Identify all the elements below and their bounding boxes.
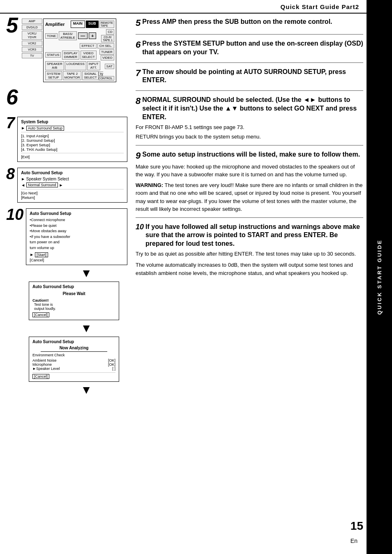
arrow-down1: ▼ — [45, 267, 127, 280]
step7-left-num: 7 — [6, 115, 15, 131]
amp-label-vcr3: VCR3 — [22, 47, 42, 52]
amp-main-btn[interactable]: MAIN — [71, 21, 85, 28]
amp-row1-left: TONE BASS/ATREBLE — + — [45, 31, 96, 40]
amp-tv-control: byCONTROL — [99, 72, 114, 81]
step8-num: 8 — [136, 96, 141, 106]
amp-cd: CD — [106, 29, 114, 35]
step8-heading: 8 NORMAL SURROUND should be selected. (U… — [136, 96, 363, 121]
step7-right: 7 The arrow should be pointing at AUTO S… — [136, 68, 363, 91]
osd-right-arrow: ► — [59, 183, 63, 187]
amp-remote-btn[interactable]: REMOTETAPE — [99, 21, 114, 28]
step7-num: 7 — [136, 68, 141, 78]
step5-heading: 5 Press AMP then press the SUB button on… — [136, 18, 363, 28]
osd-auto2-title: Auto Surround Setup — [30, 211, 124, 216]
right-column: 5 Press AMP then press the SUB button on… — [131, 18, 363, 397]
osd-progress-bar — [41, 351, 107, 352]
osd-sep2 — [21, 153, 124, 153]
step5-right: 5 Press AMP then press the SUB button on… — [136, 18, 363, 35]
amp-row2: STATUS DISPLAYDIMMER VIDEOSELECT TUNER V… — [45, 49, 114, 60]
amp-row4-left: SYSTEMSETUP TAPE 2MONITOR SIGNALSELECT — [45, 71, 99, 80]
osd-cancel-wait: [Cancel] — [32, 312, 115, 317]
amp-loudness: LOUDNESS — [65, 61, 86, 70]
amp-sub-btn[interactable]: SUB — [86, 21, 99, 28]
step6-heading: 6 Press the SYSTEM SETUP button and use … — [136, 39, 363, 57]
header: Quick Start Guide Part2 — [0, 0, 392, 14]
osd-instr6: turn volume up — [30, 245, 124, 251]
step8-text: NORMAL SURROUND should be selected. (Use… — [142, 96, 363, 121]
osd-arrow-right: ► — [21, 126, 25, 130]
step7-heading: 7 The arrow should be pointing at AUTO S… — [136, 68, 363, 85]
step8-area: 8 Auto Surround Setup ► Speaker System S… — [6, 166, 127, 203]
step8-left-num: 8 — [6, 166, 15, 182]
osd-system-setup-title: System Setup — [21, 120, 124, 124]
osd-microphone-row: Microphone [OK] — [32, 362, 115, 367]
amp-speaker-ab: SPEAKERA/B — [45, 61, 64, 70]
step10-area: 10 Auto Surround Setup •Connect micropho… — [6, 207, 127, 265]
osd-exit: [Exit] — [21, 155, 124, 159]
main-layout: 5 AMP DVD/LD VCR1/YDVR VCR2 VCR3 TV Ampl… — [0, 18, 392, 397]
step10-right: 10 If you have followed all setup instru… — [136, 223, 363, 282]
osd-ambient-row: Ambient Noise [OK] — [32, 358, 115, 362]
step10-normal1: Try to be as quiet as possible after hit… — [136, 250, 363, 258]
amp-label-amp: AMP — [22, 18, 42, 24]
osd-auto-title: Auto Surround Setup — [21, 171, 124, 175]
step9-warning: WARNING: The test tones are very loud!! … — [136, 181, 363, 213]
page-lang: En — [350, 538, 357, 544]
step10-heading: 10 If you have followed all setup instru… — [136, 223, 363, 248]
osd-instr5: turn power on and — [30, 240, 124, 245]
amp-system-setup: SYSTEMSETUP — [45, 71, 62, 80]
osd-analyzing-area: Auto Surround Setup Now Analyzing Enviro… — [29, 337, 127, 382]
step5-area: 5 AMP DVD/LD VCR1/YDVR VCR2 VCR3 TV Ampl… — [6, 18, 127, 82]
osd-go-next: [Go Next] — [21, 191, 124, 195]
osd-instr4: •If you have a subwoofer — [30, 234, 124, 240]
osd-auto-surround2: Auto Surround Setup •Connect microphone … — [26, 208, 127, 265]
step5-text: Press AMP then press the SUB button on t… — [142, 18, 332, 26]
step10-normal2: The volume automatically increases to 0d… — [136, 261, 363, 277]
step8-normal2: RETURN brings you back to the system set… — [136, 133, 363, 141]
amp-bass-treble: BASS/ATREBLE — [59, 31, 77, 40]
osd-speaker-lvl-label: ►Speaker Level — [32, 367, 60, 371]
osd-micro-status: [OK] — [108, 362, 115, 367]
step8-normal1: For FRONT BI-AMP 5.1 settings see page 7… — [136, 123, 363, 132]
amp-main-sub-buttons: MAIN SUB REMOTETAPE — [71, 21, 114, 28]
amp-sat: SAT — [105, 64, 114, 69]
step9-normal1: Make sure you have: hooked up the microp… — [136, 163, 363, 179]
step9-heading: 9 Some auto setup instructions will be l… — [136, 150, 363, 161]
amplifier-diagram-wrapper: AMP DVD/LD VCR1/YDVR VCR2 VCR3 TV Amplif… — [43, 18, 116, 82]
amp-minus[interactable]: — — [78, 32, 88, 39]
left-column: 5 AMP DVD/LD VCR1/YDVR VCR2 VCR3 TV Ampl… — [4, 18, 131, 397]
amp-row3: SPEAKERA/B LOUDNESS INPUTATT. SAT — [45, 61, 114, 70]
osd-auto-surround-selected-row: ► Auto Surround Setup — [21, 126, 124, 131]
amp-label-vcr2: VCR2 — [22, 41, 42, 46]
osd-item4: [4. THX Audio Setup] — [21, 147, 124, 152]
vertical-sidebar: QUICK START GUIDE — [367, 0, 392, 554]
osd-auto-surround-item: Auto Surround Setup — [26, 126, 64, 131]
osd-wait-area: Auto Surround Setup Please Wait Caution!… — [29, 282, 127, 320]
sidebar-label: QUICK START GUIDE — [376, 239, 383, 315]
osd-env-check: Environment Check — [32, 353, 115, 357]
osd-item3: [3. Expert Setup] — [21, 143, 124, 147]
warning-word: WARNING: — [136, 182, 163, 188]
step6-num: 6 — [136, 39, 141, 50]
osd-sep-analyzing — [32, 372, 115, 373]
osd-analyzing-title: Auto Surround Setup — [32, 339, 115, 344]
page-number-area: 15 En — [350, 519, 363, 546]
step9-text: Some auto setup instructions will be lis… — [142, 150, 360, 159]
amp-side-labels: AMP DVD/LD VCR1/YDVR VCR2 VCR3 TV — [22, 18, 42, 58]
osd-ambient-label: Ambient Noise — [32, 358, 57, 362]
amp-label-vcr1: VCR1/YDVR — [22, 31, 42, 40]
osd-cancel1: [Cancel] — [30, 258, 124, 262]
amp-row3-right: SAT — [105, 64, 114, 68]
amp-cdr-tape: CD-R/TAPE 1 — [101, 35, 114, 42]
osd-speaker-label: Speaker System Select — [26, 177, 69, 181]
osd-micro-label: Microphone — [32, 362, 52, 367]
amp-header-row: Amplifier MAIN SUB REMOTETAPE — [45, 21, 114, 28]
osd-left-arrow: ◄ — [21, 183, 25, 187]
amp-plus[interactable]: + — [89, 32, 96, 39]
osd-analyzing: Auto Surround Setup Now Analyzing Enviro… — [29, 337, 119, 382]
header-title: Quick Start Guide Part2 — [281, 3, 359, 10]
step9-num: 9 — [136, 150, 141, 161]
osd-normal-surround-row: ◄ Normal Surround ► — [21, 182, 124, 187]
amp-row4-right: byCONTROL — [99, 71, 114, 80]
osd-start-arrow: ► — [30, 252, 34, 257]
